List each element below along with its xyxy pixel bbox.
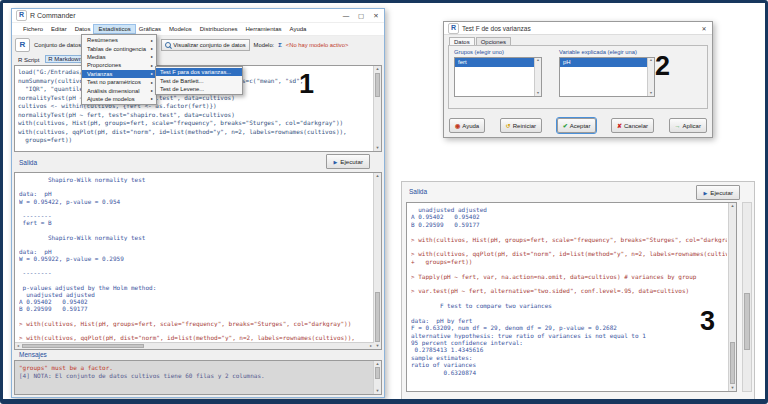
menu-bar: FicheroEditarDatosEstadísticosGráficasMo… — [12, 23, 384, 36]
menu-bar-item[interactable]: Distribuciones — [196, 25, 242, 33]
scroll-up-icon[interactable]: ▲ — [648, 58, 654, 63]
menu-bar-item[interactable]: Editar — [47, 25, 71, 33]
screenshot-canvas: R R Commander — ▢ ✕ FicheroEditarDatosEs… — [0, 0, 768, 404]
output-line — [411, 280, 727, 287]
output-scrollbar[interactable]: ▲ ▼ — [728, 203, 736, 391]
scrollbar-thumb[interactable] — [22, 344, 144, 348]
scroll-down-icon[interactable]: ▼ — [374, 388, 381, 394]
reset-button[interactable]: ↺ Reiniciar — [500, 118, 542, 133]
menu-bar-item[interactable]: Gráficas — [135, 25, 165, 33]
scrollbar-thumb[interactable] — [730, 342, 735, 384]
messages-scrollbar[interactable]: ▲ ▼ — [373, 361, 381, 394]
output-scrollbar[interactable]: ▲ ▼ — [373, 173, 381, 349]
scrollbar-thumb[interactable] — [744, 293, 750, 350]
script-line: cultivos <- within(cultivos, {fert <- as… — [18, 102, 371, 111]
close-icon[interactable]: ✕ — [372, 12, 380, 20]
output-text: Shapiro-Wilk normality testdata: pHW = 0… — [19, 176, 372, 342]
scroll-down-icon[interactable]: ▼ — [535, 91, 541, 96]
output-line: p-values adjusted by the Holm method: — [19, 284, 372, 291]
r-logo-button[interactable]: R — [15, 38, 30, 52]
accept-button[interactable]: ✔ Aceptar — [557, 118, 597, 133]
messages-text: "groups" must be a factor.[4] NOTA: El c… — [19, 364, 371, 392]
scrollbar-thumb[interactable] — [375, 367, 380, 379]
run-button[interactable]: ▶ Ejecutar — [326, 154, 370, 169]
output-hscrollbar[interactable]: ◂ ▸ — [15, 342, 374, 349]
groups-listbox[interactable]: fert ▲ ▼ — [454, 57, 542, 97]
submenu-item[interactable]: Test F para dos varianzas... — [156, 68, 242, 76]
response-variable-listbox[interactable]: pH ▲ ▼ — [559, 57, 655, 97]
view-dataset-button[interactable]: Visualizar conjunto de datos — [161, 39, 249, 51]
run-icon: ▶ — [333, 159, 337, 165]
scrollbar-thumb[interactable] — [375, 292, 380, 342]
output-line: 95 percent confidence interval: — [411, 339, 727, 346]
apply-button[interactable]: → Aplicar — [669, 118, 707, 133]
menu-bar-item[interactable]: Modelos — [165, 25, 196, 33]
toolbar: R Conjunto de datos: Editar conjunto de … — [12, 36, 384, 53]
submenu-arrow-icon: ▸ — [151, 88, 153, 93]
menu-item[interactable]: Tablas de contingencia ▸ — [82, 44, 156, 52]
dialog-icon: R — [448, 23, 459, 34]
submenu-arrow-icon: ▸ — [151, 46, 153, 51]
help-button[interactable]: ◉ Ayuda — [449, 118, 485, 133]
output-line: ratio of variances — [411, 361, 727, 368]
editor-tab[interactable]: R Script — [16, 57, 41, 63]
output-line: F = 0.63209, num df = 29, denom df = 29,… — [411, 324, 727, 331]
scroll-down-icon[interactable]: ▼ — [374, 145, 381, 151]
scroll-right-icon[interactable]: ▸ — [368, 343, 374, 349]
menu-bar-item[interactable]: Ayuda — [285, 25, 310, 33]
close-icon[interactable]: ✕ — [700, 25, 708, 32]
output-console[interactable]: Shapiro-Wilk normality testdata: pHW = 0… — [14, 172, 382, 350]
menu-item[interactable]: Ajuste de modelos ▸ — [82, 95, 156, 103]
cancel-button[interactable]: ✘ Cancelar — [611, 118, 654, 133]
minimize-icon[interactable]: — — [342, 12, 350, 20]
scroll-up-icon[interactable]: ▲ — [729, 203, 736, 209]
menu-item[interactable]: Medias ▸ — [82, 53, 156, 61]
menu-item[interactable]: Varianzas ▸ — [82, 70, 156, 78]
menu-bar-item[interactable]: Estadísticos — [94, 25, 134, 33]
message-line: "groups" must be a factor. — [19, 364, 371, 372]
run-button[interactable]: ▶ Ejecutar — [696, 185, 740, 200]
list-item[interactable]: fert — [455, 58, 534, 67]
listbox-scrollbar[interactable]: ▲ ▼ — [534, 58, 541, 96]
maximize-icon[interactable]: ▢ — [357, 12, 365, 20]
message-line: [4] NOTA: El conjunto de datos cultivos … — [19, 372, 371, 380]
script-scrollbar[interactable]: ▲ ▼ — [373, 66, 381, 151]
scroll-down-icon[interactable]: ▼ — [729, 385, 736, 391]
scroll-up-icon[interactable]: ▲ — [374, 173, 381, 179]
menu-bar-item[interactable]: Herramientas — [241, 25, 285, 33]
output-line: data: pH by fert — [411, 317, 727, 324]
menu-item[interactable]: Test no paramétricos ▸ — [82, 78, 156, 86]
output-line: -------- — [19, 212, 372, 219]
output-console[interactable]: unadjusted adjustedA 0.95402 0.95402B 0.… — [406, 202, 737, 392]
scroll-down-icon[interactable]: ▼ — [374, 343, 381, 349]
scroll-left-icon[interactable]: ◂ — [15, 343, 21, 349]
scroll-down-icon[interactable]: ▼ — [648, 91, 654, 96]
submenu-item[interactable]: Test de Levene... — [156, 85, 242, 93]
submenu-item[interactable]: Test de Bartlett... — [156, 76, 242, 84]
dialog-buttons: ◉ Ayuda ↺ Reiniciar ✔ Aceptar ✘ Cancelar… — [449, 118, 707, 133]
editor-tab[interactable]: R Markdown — [45, 55, 85, 63]
menu-item[interactable]: Resúmenes ▸ — [82, 36, 156, 44]
dialog-title-bar[interactable]: R Test F de dos varianzas ✕ — [444, 22, 712, 35]
menu-bar-item[interactable]: Fichero — [19, 25, 47, 33]
menu-item[interactable]: Análisis dimensional ▸ — [82, 86, 156, 94]
scroll-up-icon[interactable]: ▲ — [535, 58, 541, 63]
window-controls: — ▢ ✕ — [342, 12, 380, 20]
scroll-up-icon[interactable]: ▲ — [374, 66, 381, 72]
output-line — [19, 241, 372, 248]
list-item[interactable]: pH — [560, 58, 647, 67]
window-scrollbar[interactable] — [742, 202, 752, 392]
no-active-model-button[interactable]: <No hay modelo activo> — [286, 42, 349, 48]
scrollbar-thumb[interactable] — [375, 73, 380, 97]
output-line — [411, 265, 727, 272]
arrow-icon: → — [675, 123, 681, 129]
title-bar[interactable]: R R Commander — ▢ ✕ — [12, 9, 384, 23]
listbox-scrollbar[interactable]: ▲ ▼ — [647, 58, 654, 96]
annotation-number-2: 2 — [655, 53, 670, 80]
menu-bar-item[interactable]: Datos — [71, 25, 95, 33]
messages-console[interactable]: "groups" must be a factor.[4] NOTA: El c… — [14, 360, 382, 395]
output-line: > var.test(pH ~ fert, alternative="two.s… — [411, 287, 727, 294]
menu-item[interactable]: Proporciones ▸ — [82, 61, 156, 69]
output-panel-window: Salida ▶ Ejecutar unadjusted adjustedA 0… — [401, 181, 755, 401]
output-line: 0.6320874 — [411, 369, 727, 376]
